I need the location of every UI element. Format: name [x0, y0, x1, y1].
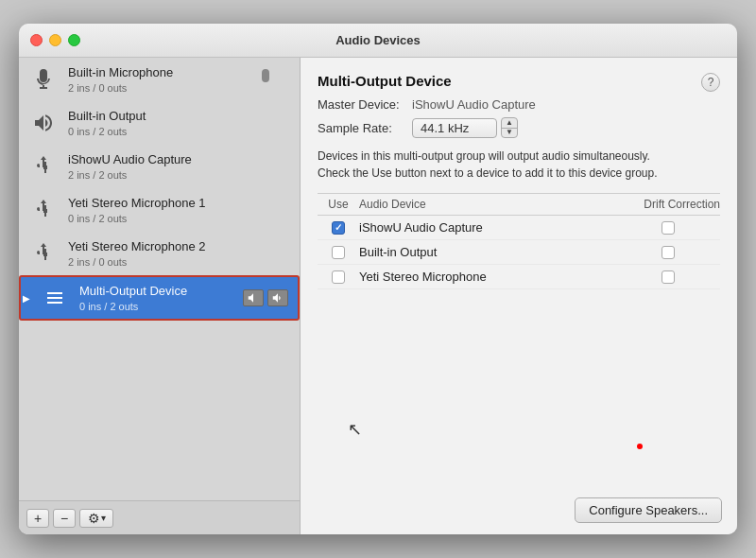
- sample-rate-label: Sample Rate:: [318, 121, 412, 135]
- traffic-lights: [30, 34, 80, 46]
- red-indicator: [637, 444, 643, 449]
- usb-icon-yeti1: [28, 195, 59, 225]
- yeti2-text: Yeti Stereo Microphone 2 2 ins / 0 outs: [68, 239, 290, 268]
- mini-volume-icon: [267, 289, 288, 306]
- drift-checkbox-builtin[interactable]: [662, 246, 675, 259]
- table-row: ✓ iShowU Audio Capture: [318, 216, 720, 240]
- close-button[interactable]: [30, 34, 43, 46]
- yeti1-name: Yeti Stereo Microphone 1: [68, 196, 290, 212]
- device-cell-builtin: Built-in Output: [359, 245, 616, 259]
- use-cell-ishowu: ✓: [318, 221, 359, 235]
- use-cell-yeti: [318, 270, 359, 284]
- builtin-microphone-name: Built-in Microphone: [68, 65, 250, 81]
- table-header: Use Audio Device Drift Correction: [318, 194, 720, 216]
- sidebar-item-builtin-output[interactable]: Built-in Output 0 ins / 2 outs: [19, 101, 300, 145]
- device-cell-yeti: Yeti Stereo Microphone: [359, 270, 616, 284]
- sidebar: Built-in Microphone 2 ins / 0 outs: [19, 58, 301, 534]
- window-title: Audio Devices: [335, 33, 421, 47]
- play-indicator: ▶: [23, 293, 30, 304]
- sample-rate-row: Sample Rate: 44.1 kHz ▲ ▼: [318, 117, 720, 138]
- remove-device-button[interactable]: −: [53, 509, 76, 528]
- builtin-microphone-info: 2 ins / 0 outs: [68, 82, 250, 94]
- maximize-button[interactable]: [68, 34, 80, 46]
- usb-icon-yeti2: [28, 238, 59, 269]
- drift-cell-ishowu: [616, 221, 720, 235]
- stepper-up-button[interactable]: ▲: [502, 118, 517, 129]
- builtin-output-info: 0 ins / 2 outs: [68, 126, 290, 137]
- checkmark-ishowu: ✓: [335, 222, 342, 233]
- yeti1-text: Yeti Stereo Microphone 1 0 ins / 2 outs: [68, 196, 290, 224]
- master-device-row: Master Device: iShowU Audio Capture: [318, 97, 720, 112]
- col-use-header: Use: [318, 198, 359, 211]
- usb-icon-ishowu: [28, 151, 59, 182]
- device-cell-ishowu: iShowU Audio Capture: [359, 220, 616, 235]
- help-button[interactable]: ?: [701, 73, 720, 92]
- col-device-header: Audio Device: [359, 198, 616, 211]
- multi-output-icon: [40, 283, 70, 313]
- multi-output-name: Multi-Output Device: [79, 284, 237, 300]
- sidebar-item-ishowu[interactable]: iShowU Audio Capture 2 ins / 2 outs: [19, 145, 300, 188]
- checkbox-yeti[interactable]: [332, 270, 345, 284]
- microphone-right-icon: [250, 64, 281, 95]
- drift-checkbox-yeti[interactable]: [662, 270, 675, 284]
- microphone-icon: [28, 64, 59, 95]
- minimize-button[interactable]: [49, 34, 61, 46]
- master-device-value: iShowU Audio Capture: [412, 97, 536, 112]
- sidebar-item-builtin-microphone[interactable]: Built-in Microphone 2 ins / 0 outs: [19, 58, 300, 101]
- stepper-down-button[interactable]: ▼: [502, 129, 517, 138]
- device-table: Use Audio Device Drift Correction ✓ iSho…: [318, 193, 720, 289]
- yeti2-info: 2 ins / 0 outs: [68, 256, 290, 268]
- sidebar-item-multi-output[interactable]: ▶ Multi-Output Device 0 ins / 2 outs: [19, 275, 300, 321]
- master-device-label: Master Device:: [318, 97, 412, 112]
- mini-speaker-icon: [243, 289, 264, 306]
- yeti2-name: Yeti Stereo Microphone 2: [68, 239, 290, 255]
- gear-button[interactable]: ⚙ ▾: [79, 509, 113, 528]
- multi-output-info: 0 ins / 2 outs: [79, 301, 237, 312]
- checkbox-ishowu[interactable]: ✓: [332, 221, 345, 235]
- drift-cell-builtin: [616, 246, 720, 259]
- builtin-output-text: Built-in Output 0 ins / 2 outs: [68, 109, 290, 137]
- use-cell-builtin: [318, 246, 359, 259]
- sample-rate-select[interactable]: 44.1 kHz: [412, 118, 497, 138]
- sidebar-toolbar: + − ⚙ ▾: [19, 500, 300, 534]
- builtin-microphone-text: Built-in Microphone 2 ins / 0 outs: [68, 65, 250, 94]
- main-panel: Multi-Output Device ? Master Device: iSh…: [301, 58, 737, 534]
- yeti1-info: 0 ins / 2 outs: [68, 213, 290, 224]
- speaker-icon: [28, 108, 59, 138]
- panel-title: Multi-Output Device: [318, 73, 452, 89]
- multi-output-text: Multi-Output Device 0 ins / 2 outs: [79, 284, 237, 312]
- add-device-button[interactable]: +: [26, 509, 49, 528]
- ishowu-name: iShowU Audio Capture: [68, 152, 290, 168]
- sidebar-item-yeti2[interactable]: Yeti Stereo Microphone 2 2 ins / 0 outs: [19, 232, 300, 275]
- sidebar-item-yeti1[interactable]: Yeti Stereo Microphone 1 0 ins / 2 outs: [19, 188, 300, 232]
- ishowu-info: 2 ins / 2 outs: [68, 169, 290, 181]
- drift-checkbox-ishowu[interactable]: [662, 221, 675, 235]
- drift-cell-yeti: [616, 270, 720, 284]
- gear-arrow-icon: ▾: [101, 513, 106, 523]
- titlebar: Audio Devices: [19, 24, 737, 58]
- window-content: Built-in Microphone 2 ins / 0 outs: [19, 58, 737, 534]
- cursor: ↖: [348, 419, 362, 440]
- panel-header: Multi-Output Device ?: [318, 73, 720, 92]
- device-list: Built-in Microphone 2 ins / 0 outs: [19, 58, 300, 500]
- description-text: Devices in this multi-output group will …: [318, 148, 720, 182]
- table-row: Built-in Output: [318, 240, 720, 265]
- bottom-bar: Configure Speakers...: [575, 497, 722, 523]
- audio-devices-window: Audio Devices Built-in Microphone 2 ins …: [19, 24, 737, 534]
- configure-speakers-button[interactable]: Configure Speakers...: [575, 497, 722, 523]
- gear-icon: ⚙: [88, 511, 100, 526]
- builtin-output-name: Built-in Output: [68, 109, 290, 125]
- table-row: Yeti Stereo Microphone: [318, 265, 720, 289]
- sample-rate-value: 44.1 kHz: [421, 121, 469, 135]
- col-drift-header: Drift Correction: [616, 198, 720, 211]
- checkbox-builtin[interactable]: [332, 246, 345, 259]
- ishowu-text: iShowU Audio Capture 2 ins / 2 outs: [68, 152, 290, 181]
- selected-icons: [243, 289, 288, 306]
- sample-rate-stepper[interactable]: ▲ ▼: [501, 117, 518, 138]
